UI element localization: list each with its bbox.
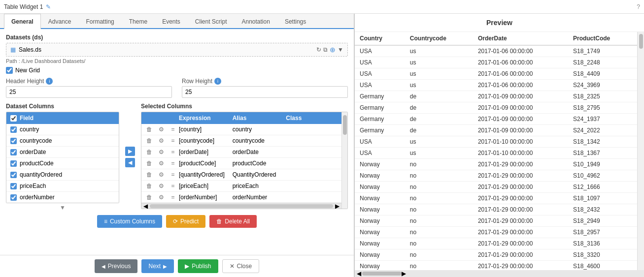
- col-checkbox-orderdate[interactable]: [10, 149, 17, 155]
- cell-countrycode: no: [405, 182, 473, 193]
- transfer-right-button[interactable]: ▶: [125, 147, 135, 156]
- equals-row-7[interactable]: =: [167, 194, 179, 201]
- delete-row-7[interactable]: 🗑: [143, 194, 155, 201]
- equals-row-6[interactable]: =: [167, 183, 179, 189]
- cell-countrycode: de: [405, 125, 473, 136]
- col-header-orderdate: OrderDate: [473, 32, 568, 45]
- close-button[interactable]: ✕ Close: [222, 259, 260, 273]
- tab-advance[interactable]: Advance: [41, 14, 79, 29]
- cell-country: Norway: [355, 204, 405, 215]
- alias-4: productCode: [233, 160, 286, 167]
- delete-row-6[interactable]: 🗑: [143, 183, 155, 189]
- preview-row: Norway no 2017-01-29 00:00:00 S18_4600: [355, 261, 637, 271]
- col-checkbox-country[interactable]: [10, 126, 17, 133]
- settings-row-5[interactable]: ⚙: [155, 171, 167, 178]
- publish-button[interactable]: ▶ Publish: [178, 259, 218, 273]
- tab-general[interactable]: General: [4, 14, 41, 29]
- equals-row-3[interactable]: =: [167, 149, 179, 155]
- col-label-ordernumber: orderNumber: [20, 194, 55, 201]
- header-height-info-icon[interactable]: i: [46, 78, 53, 85]
- cell-country: Norway: [355, 261, 405, 271]
- scroll-right-icon[interactable]: ▶: [335, 203, 339, 209]
- dataset-columns-title: Dataset Columns: [6, 103, 119, 110]
- col-checkbox-productcode[interactable]: [10, 160, 17, 167]
- row-height-info-icon[interactable]: i: [214, 78, 221, 85]
- delete-row-4[interactable]: 🗑: [143, 160, 155, 167]
- cell-productcode: S18_2248: [568, 57, 637, 68]
- predict-button[interactable]: ⟳ Predict: [166, 215, 205, 228]
- preview-vert-scrollbar[interactable]: [637, 32, 644, 270]
- col-row-ordernumber: orderNumber: [6, 192, 119, 203]
- preview-row: Germany de 2017-01-09 00:00:00 S24_1937: [355, 114, 637, 125]
- prev-arrow-icon: [102, 263, 105, 270]
- col-checkbox-ordernumber[interactable]: [10, 194, 17, 201]
- delete-row-3[interactable]: 🗑: [143, 149, 155, 155]
- cell-productcode: S18_2432: [568, 204, 637, 215]
- scroll-left-icon[interactable]: ◀: [143, 203, 148, 209]
- tab-settings[interactable]: Settings: [277, 14, 313, 29]
- cell-country: Norway: [355, 170, 405, 182]
- copy-icon[interactable]: ⧉: [323, 46, 328, 53]
- sel-row-1: 🗑 ⚙ = [country] country: [141, 124, 341, 135]
- cell-productcode: S24_3969: [568, 80, 637, 91]
- tab-formatting[interactable]: Formatting: [78, 14, 121, 29]
- horiz-scrollbar[interactable]: ◀ ▶: [141, 203, 341, 209]
- cell-productcode: S10_1949: [568, 159, 637, 170]
- settings-row-6[interactable]: ⚙: [155, 183, 167, 189]
- preview-row: USA us 2017-01-06 00:00:00 S18_1749: [355, 45, 637, 57]
- cell-countrycode: no: [405, 238, 473, 249]
- preview-scroll-left-icon[interactable]: ◀: [357, 270, 361, 277]
- selected-cols-header: Expression Alias Class: [141, 112, 341, 124]
- col-checkbox-priceeach[interactable]: [10, 183, 17, 189]
- expr-3: [orderDate]: [179, 149, 233, 155]
- cell-country: Norway: [355, 238, 405, 249]
- sel-row-4: 🗑 ⚙ = [productCode] productCode: [141, 158, 341, 169]
- tab-theme[interactable]: Theme: [122, 14, 155, 29]
- next-button[interactable]: Next: [141, 259, 174, 273]
- delete-row-1[interactable]: 🗑: [143, 126, 155, 133]
- vert-scrollbar[interactable]: [341, 112, 347, 209]
- header-height-input[interactable]: [6, 86, 172, 98]
- dataset-actions: ↻ ⧉ ⊕ ▼: [316, 46, 343, 54]
- right-panel: Preview Country Countrycode OrderDate Pr…: [355, 14, 644, 277]
- custom-columns-button[interactable]: ≡ Custom Columns: [97, 215, 162, 228]
- delete-all-button[interactable]: 🗑 Delete All: [209, 215, 257, 228]
- cell-orderdate: 2017-01-10 00:00:00: [473, 148, 568, 159]
- delete-row-5[interactable]: 🗑: [143, 171, 155, 178]
- edit-icon[interactable]: ✎: [46, 3, 51, 10]
- delete-row-2[interactable]: 🗑: [143, 137, 155, 144]
- settings-row-1[interactable]: ⚙: [155, 126, 167, 133]
- help-icon[interactable]: ?: [637, 3, 640, 10]
- new-grid-checkbox[interactable]: [6, 67, 13, 74]
- settings-row-4[interactable]: ⚙: [155, 160, 167, 167]
- refresh-icon[interactable]: ↻: [316, 46, 321, 53]
- settings-row-7[interactable]: ⚙: [155, 194, 167, 201]
- transfer-left-button[interactable]: ◀: [125, 158, 135, 167]
- preview-table-wrapper[interactable]: Country Countrycode OrderDate ProductCod…: [355, 32, 637, 270]
- col-header-countrycode: Countrycode: [405, 32, 473, 45]
- preview-scroll-right-icon[interactable]: ▶: [402, 270, 406, 277]
- settings-row-3[interactable]: ⚙: [155, 149, 167, 155]
- preview-horiz-scrollbar[interactable]: ◀ ▶: [355, 270, 644, 277]
- equals-row-4[interactable]: =: [167, 160, 179, 167]
- tab-annotation[interactable]: Annotation: [235, 14, 277, 29]
- col-checkbox-quantityordered[interactable]: [10, 172, 17, 178]
- equals-row-5[interactable]: =: [167, 171, 179, 178]
- tab-client-script[interactable]: Client Script: [188, 14, 235, 29]
- col-row-orderdate: orderDate: [6, 147, 119, 158]
- col-checkbox-countrycode[interactable]: [10, 138, 17, 144]
- chevron-down-icon[interactable]: ▼: [338, 46, 343, 53]
- add-dataset-icon[interactable]: ⊕: [330, 46, 336, 54]
- cell-orderdate: 2017-01-29 00:00:00: [473, 182, 568, 193]
- tab-events[interactable]: Events: [155, 14, 188, 29]
- row-height-input[interactable]: [182, 86, 348, 98]
- select-all-checkbox[interactable]: [10, 115, 17, 122]
- equals-row-1[interactable]: =: [167, 126, 179, 133]
- dataset-name: Sales.ds: [19, 46, 41, 53]
- settings-row-2[interactable]: ⚙: [155, 137, 167, 144]
- cell-country: Norway: [355, 193, 405, 204]
- equals-row-2[interactable]: =: [167, 137, 179, 144]
- selected-columns-panel: Selected Columns Expression Alias Class: [141, 103, 348, 211]
- previous-button[interactable]: Previous: [95, 259, 138, 273]
- dataset-cols-scroll-down[interactable]: ▼: [60, 204, 66, 211]
